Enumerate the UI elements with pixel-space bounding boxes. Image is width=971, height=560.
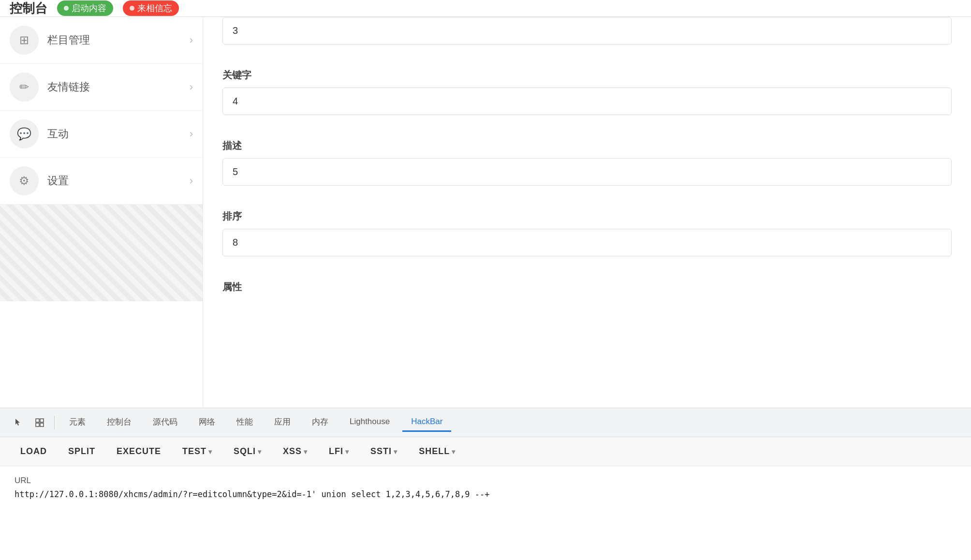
hackbar-url-section: URL http://127.0.0.1:8080/xhcms/admin/?r… — [0, 466, 971, 509]
sidebar-label-youqing: 友情链接 — [47, 80, 181, 94]
sidebar-item-lanmu[interactable]: ⊞ 栏目管理 › — [0, 17, 203, 64]
sqli-dropdown-arrow: ▾ — [258, 448, 262, 456]
inspect-tool-icon[interactable] — [31, 414, 48, 431]
sidebar-item-hudong[interactable]: 💬 互动 › — [0, 111, 203, 158]
input-keyword[interactable] — [222, 88, 952, 115]
hackbar-url-label: URL — [15, 476, 956, 486]
sidebar-label-hudong: 互动 — [47, 127, 181, 141]
hackbar-sqli-button[interactable]: SQLI ▾ — [223, 442, 272, 461]
devtools-tab-bar: 元素 控制台 源代码 网络 性能 应用 内存 Lighthouse HackBa… — [0, 408, 971, 437]
tab-memory[interactable]: 内存 — [303, 413, 337, 433]
tab-application[interactable]: 应用 — [265, 413, 299, 433]
hackbar-lfi-button[interactable]: LFI ▾ — [318, 442, 360, 461]
input-sort[interactable] — [222, 229, 952, 256]
pencil-icon: ✏ — [19, 80, 29, 94]
ssti-dropdown-arrow: ▾ — [394, 448, 397, 456]
tab-elements[interactable]: 元素 — [60, 413, 94, 433]
green-status-button[interactable]: 启动内容 — [57, 0, 113, 16]
gear-icon: ⚙ — [19, 174, 29, 188]
youqing-icon-wrap: ✏ — [10, 73, 39, 102]
content-area: 关键字 描述 排序 属性 — [203, 17, 971, 417]
hackbar-test-button[interactable]: TEST ▾ — [172, 442, 223, 461]
lanmu-icon-wrap: ⊞ — [10, 26, 39, 55]
main-layout: ⊞ 栏目管理 › ✏ 友情链接 › 💬 互动 › ⚙ 设置 › — [0, 17, 971, 417]
hackbar-execute-button[interactable]: EXECUTE — [106, 442, 172, 461]
form-field-attr: 属性 — [203, 271, 971, 314]
sidebar-label-lanmu: 栏目管理 — [47, 33, 181, 47]
red-status-label: 来相信忘 — [137, 2, 172, 14]
svg-rect-3 — [40, 423, 44, 427]
hudong-icon-wrap: 💬 — [10, 119, 39, 148]
test-dropdown-arrow: ▾ — [208, 448, 212, 456]
red-dot — [130, 6, 134, 11]
input-desc[interactable] — [222, 158, 952, 186]
chevron-right-icon-lanmu: › — [190, 34, 193, 46]
toolbar-divider — [54, 416, 55, 429]
sidebar-item-shezhi[interactable]: ⚙ 设置 › — [0, 158, 203, 205]
label-sort: 排序 — [222, 200, 952, 229]
input-field-3[interactable] — [222, 17, 952, 44]
red-status-button[interactable]: 来相信忘 — [123, 0, 179, 16]
hackbar-shell-button[interactable]: SHELL ▾ — [408, 442, 466, 461]
xss-dropdown-arrow: ▾ — [304, 448, 308, 456]
lfi-dropdown-arrow: ▾ — [345, 448, 349, 456]
green-status-label: 启动内容 — [72, 2, 106, 14]
grid-icon: ⊞ — [19, 33, 29, 47]
form-field-3 — [203, 17, 971, 59]
tab-lighthouse[interactable]: Lighthouse — [341, 413, 398, 432]
shell-dropdown-arrow: ▾ — [452, 448, 456, 456]
sidebar-item-youqing[interactable]: ✏ 友情链接 › — [0, 64, 203, 111]
chevron-right-icon-hudong: › — [190, 128, 193, 140]
hackbar-toolbar: LOAD SPLIT EXECUTE TEST ▾ SQLI ▾ XSS ▾ — [0, 437, 971, 466]
label-desc: 描述 — [222, 130, 952, 158]
hackbar-ssti-button[interactable]: SSTI ▾ — [360, 442, 408, 461]
label-attr: 属性 — [222, 271, 952, 299]
chevron-right-icon-youqing: › — [190, 81, 193, 93]
hackbar-url-value[interactable]: http://127.0.0.1:8080/xhcms/admin/?r=edi… — [15, 489, 956, 499]
svg-rect-1 — [40, 419, 44, 422]
tab-sources[interactable]: 源代码 — [144, 413, 186, 433]
sidebar: ⊞ 栏目管理 › ✏ 友情链接 › 💬 互动 › ⚙ 设置 › — [0, 17, 203, 417]
cursor-tool-icon[interactable] — [10, 414, 27, 431]
tab-hackbar[interactable]: HackBar — [402, 413, 451, 432]
hackbar-panel: LOAD SPLIT EXECUTE TEST ▾ SQLI ▾ XSS ▾ — [0, 437, 971, 560]
form-field-desc: 描述 — [203, 130, 971, 200]
svg-rect-0 — [36, 419, 39, 422]
sidebar-label-shezhi: 设置 — [47, 174, 181, 188]
sidebar-empty-area — [0, 205, 203, 301]
tab-network[interactable]: 网络 — [190, 413, 224, 433]
hackbar-load-button[interactable]: LOAD — [10, 442, 58, 461]
chevron-right-icon-shezhi: › — [190, 175, 193, 187]
tab-console[interactable]: 控制台 — [98, 413, 140, 433]
hackbar-split-button[interactable]: SPLIT — [58, 442, 106, 461]
page-title: 控制台 — [10, 0, 47, 17]
form-field-sort: 排序 — [203, 200, 971, 271]
tab-performance[interactable]: 性能 — [228, 413, 262, 433]
svg-rect-2 — [36, 423, 39, 427]
green-dot — [64, 6, 69, 11]
form-field-keyword: 关键字 — [203, 59, 971, 130]
top-bar: 控制台 启动内容 来相信忘 — [0, 0, 971, 17]
shezhi-icon-wrap: ⚙ — [10, 166, 39, 195]
label-keyword: 关键字 — [222, 59, 952, 88]
hackbar-xss-button[interactable]: XSS ▾ — [272, 442, 318, 461]
chat-icon: 💬 — [17, 127, 31, 141]
